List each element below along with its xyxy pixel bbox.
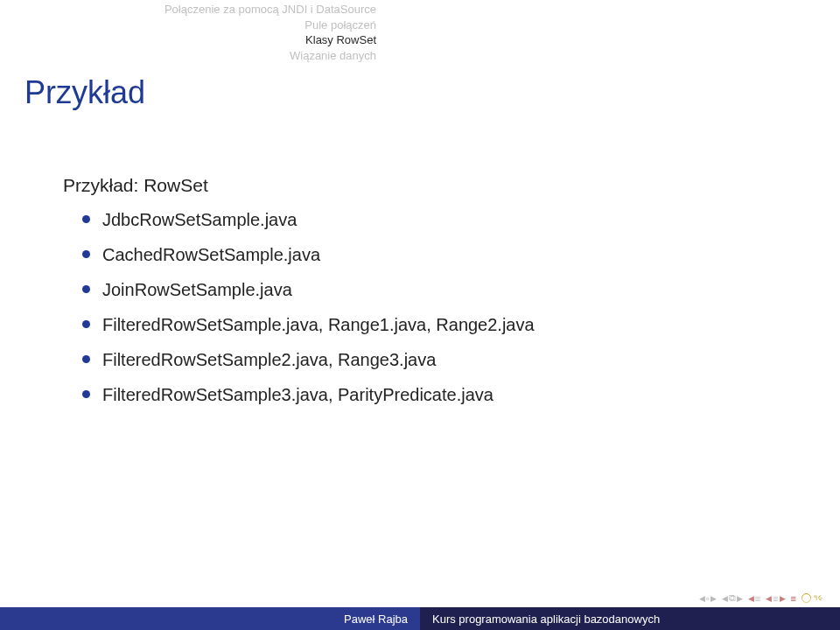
bullet-icon bbox=[82, 355, 90, 363]
nav-fwd-sub-icon[interactable]: ◀≡▶ bbox=[766, 593, 785, 604]
bullet-icon bbox=[82, 285, 90, 293]
page-title: Przykład bbox=[24, 74, 145, 111]
list-item-text: FilteredRowSetSample2.java, Range3.java bbox=[102, 346, 436, 373]
nav-section-icon[interactable]: ≡ bbox=[791, 593, 796, 604]
footer-title: Kurs programowania aplikacji bazodanowyc… bbox=[420, 607, 840, 630]
footer-author: Paweł Rajba bbox=[0, 607, 420, 630]
bullet-icon bbox=[82, 390, 90, 398]
nav-item[interactable]: Wiązanie danych bbox=[164, 48, 376, 64]
bullet-icon bbox=[82, 215, 90, 223]
list-item: FilteredRowSetSample3.java, ParityPredic… bbox=[82, 382, 535, 408]
nav-first-icon[interactable]: ◀▫▶ bbox=[699, 593, 717, 604]
list-item: JoinRowSetSample.java bbox=[82, 276, 535, 303]
list-item: FilteredRowSetSample.java, Range1.java, … bbox=[82, 312, 535, 338]
slide-nav-controls: ◀▫▶ ◀⧉▶ ◀≡ ◀≡▶ ≡ ૧ ૯ bbox=[699, 592, 822, 604]
nav-prev-icon[interactable]: ◀⧉▶ bbox=[722, 592, 743, 604]
bullet-icon bbox=[82, 250, 90, 258]
bullet-icon bbox=[82, 320, 90, 328]
bullet-list: JdbcRowSetSample.java CachedRowSetSample… bbox=[82, 206, 535, 408]
content-subtitle: Przykład: RowSet bbox=[63, 175, 535, 196]
list-item-text: JdbcRowSetSample.java bbox=[102, 206, 297, 233]
section-nav: Połączenie za pomocą JNDI i DataSource P… bbox=[164, 2, 376, 63]
nav-item[interactable]: Połączenie za pomocą JNDI i DataSource bbox=[164, 2, 376, 18]
list-item-text: JoinRowSetSample.java bbox=[102, 276, 292, 303]
list-item-text: FilteredRowSetSample.java, Range1.java, … bbox=[102, 312, 535, 338]
slide-content: Przykład: RowSet JdbcRowSetSample.java C… bbox=[63, 175, 535, 416]
nav-item-active[interactable]: Klasy RowSet bbox=[164, 32, 376, 48]
list-item: CachedRowSetSample.java bbox=[82, 242, 535, 268]
nav-circ-icon[interactable]: ૧ ૯ bbox=[802, 593, 822, 603]
list-item: FilteredRowSetSample2.java, Range3.java bbox=[82, 346, 535, 373]
nav-back-sub-icon[interactable]: ◀≡ bbox=[748, 593, 760, 604]
list-item: JdbcRowSetSample.java bbox=[82, 206, 535, 233]
list-item-text: CachedRowSetSample.java bbox=[102, 242, 320, 268]
nav-item[interactable]: Pule połączeń bbox=[164, 18, 376, 33]
slide-footer: Paweł Rajba Kurs programowania aplikacji… bbox=[0, 607, 840, 630]
list-item-text: FilteredRowSetSample3.java, ParityPredic… bbox=[102, 382, 494, 408]
